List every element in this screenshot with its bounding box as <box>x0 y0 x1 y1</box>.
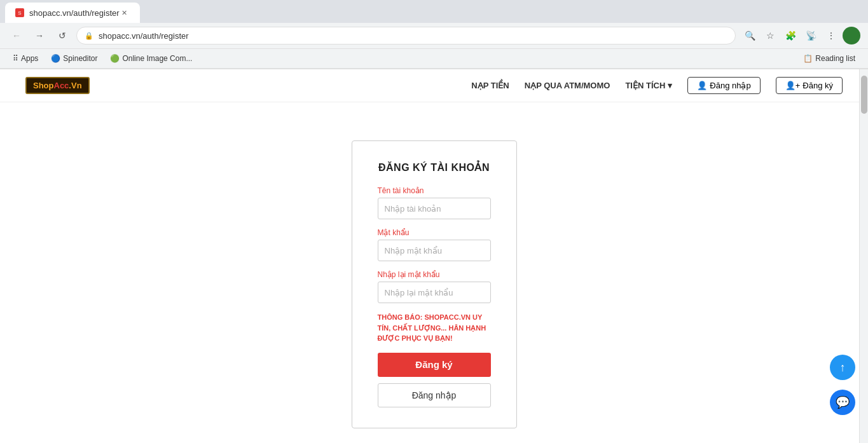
form-title: ĐĂNG KÝ TÀI KHOẢN <box>378 161 491 174</box>
header-register-button[interactable]: 👤+ Đăng ký <box>776 77 843 94</box>
username-input[interactable] <box>378 198 491 219</box>
cast-button[interactable]: 📡 <box>802 27 820 44</box>
scrollbar-track <box>859 69 868 443</box>
nav-nap-tien[interactable]: NẠP TIỀN <box>471 81 509 90</box>
reload-button[interactable]: ↺ <box>53 27 71 44</box>
confirm-group: Nhập lại mật khẩu <box>378 270 491 303</box>
reading-list-button[interactable]: 📋 Reading list <box>798 51 860 65</box>
url-text: shopacc.vn/auth/register <box>99 31 727 41</box>
bookmark-star-button[interactable]: ☆ <box>761 27 779 44</box>
tab-favicon: S <box>15 8 24 17</box>
nav-atm-momo[interactable]: NẠP QUA ATM/MOMO <box>525 81 610 90</box>
nav-tien-tich[interactable]: TIỆN TÍCH ▾ <box>625 81 672 90</box>
submit-register-button[interactable]: Đăng ký <box>378 353 491 377</box>
main-area: ĐĂNG KÝ TÀI KHOẢN Tên tài khoản Mật khẩu… <box>0 102 868 428</box>
bookmark-online-image-label: Online Image Com... <box>122 54 192 63</box>
url-bar[interactable]: 🔒 shopacc.vn/auth/register <box>76 27 736 44</box>
scrollbar-thumb[interactable] <box>861 76 867 114</box>
register-card: ĐĂNG KÝ TÀI KHOẢN Tên tài khoản Mật khẩu… <box>352 140 517 428</box>
scroll-to-top-button[interactable]: ↑ <box>830 355 855 380</box>
address-bar: ← → ↺ 🔒 shopacc.vn/auth/register 🔍 ☆ 🧩 📡… <box>0 23 868 48</box>
back-button[interactable]: ← <box>8 27 25 44</box>
spineditor-icon: 🔵 <box>51 54 60 63</box>
confirm-input[interactable] <box>378 282 491 303</box>
toolbar-right: 🔍 ☆ 🧩 📡 ⋮ <box>741 27 860 44</box>
search-button[interactable]: 🔍 <box>741 27 759 44</box>
password-label: Mật khẩu <box>378 228 491 237</box>
online-image-icon: 🟢 <box>110 54 120 63</box>
bookmark-spineditor[interactable]: 🔵 Spineditor <box>46 51 102 65</box>
bookmarks-bar: ⠿ Apps 🔵 Spineditor 🟢 Online Image Com..… <box>0 48 868 69</box>
chevron-down-icon: ▾ <box>668 81 672 90</box>
forward-button[interactable]: → <box>31 27 48 44</box>
site-logo[interactable]: ShopAcc.Vn <box>25 77 90 94</box>
user-plus-icon: 👤+ <box>785 81 801 90</box>
profile-button[interactable] <box>843 27 860 44</box>
extensions-button[interactable]: 🧩 <box>782 27 799 44</box>
site-header: ShopAcc.Vn NẠP TIỀN NẠP QUA ATM/MOMO TIỆ… <box>0 69 868 102</box>
browser-chrome: S shopacc.vn/auth/register ✕ ← → ↺ 🔒 sho… <box>0 0 868 69</box>
site-nav: NẠP TIỀN NẠP QUA ATM/MOMO TIỆN TÍCH ▾ 👤 … <box>471 77 843 94</box>
reading-list-icon: 📋 <box>803 54 813 63</box>
tab-close-btn[interactable]: ✕ <box>120 8 130 18</box>
tab-title: shopacc.vn/auth/register <box>29 8 120 18</box>
bookmark-apps-label: Apps <box>21 54 38 63</box>
bookmark-apps[interactable]: ⠿ Apps <box>8 51 43 65</box>
password-group: Mật khẩu <box>378 228 491 261</box>
go-to-login-button[interactable]: Đăng nhập <box>378 383 491 407</box>
username-group: Tên tài khoản <box>378 186 491 219</box>
chat-button[interactable]: 💬 <box>830 390 855 415</box>
header-login-button[interactable]: 👤 Đăng nhập <box>687 77 760 94</box>
active-tab[interactable]: S shopacc.vn/auth/register ✕ <box>5 3 140 23</box>
username-label: Tên tài khoản <box>378 186 491 195</box>
bookmark-online-image[interactable]: 🟢 Online Image Com... <box>105 51 197 65</box>
tab-bar: S shopacc.vn/auth/register ✕ <box>0 0 868 23</box>
reading-list-label: Reading list <box>815 54 855 63</box>
apps-grid-icon: ⠿ <box>13 54 18 63</box>
user-icon: 👤 <box>697 81 707 90</box>
page-content: ShopAcc.Vn NẠP TIỀN NẠP QUA ATM/MOMO TIỆ… <box>0 69 868 443</box>
lock-icon: 🔒 <box>85 32 93 40</box>
confirm-label: Nhập lại mật khẩu <box>378 270 491 279</box>
more-button[interactable]: ⋮ <box>822 27 840 44</box>
password-input[interactable] <box>378 240 491 261</box>
bookmark-spineditor-label: Spineditor <box>63 54 97 63</box>
notice-text: THÔNG BÁO: SHOPACC.VN UY TÍN, CHẤT LƯỢNG… <box>378 312 491 344</box>
